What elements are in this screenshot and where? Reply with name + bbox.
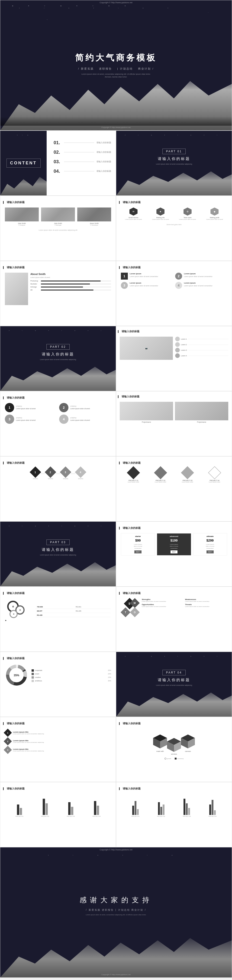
copyright-bottom: Copyright © http://www.pptstore.net <box>0 126 232 129</box>
bar2-1c <box>137 809 139 815</box>
swot-t: Threats Lorem ipsum dolor sit amet conse… <box>185 603 227 608</box>
d-project-3: PROJECT 03 Lorem ipsum dolor <box>175 468 200 483</box>
swot-title: 请输入你的标题 <box>121 592 227 595</box>
d-project-1: PROJECT 01 Lorem ipsum dolor <box>121 468 146 483</box>
pricing-btn-1[interactable]: BUY <box>134 550 141 554</box>
step-1: 1 STEP01 Lorem ipsum dolor sit amet <box>5 403 57 412</box>
hex-label-1: Email service <box>121 217 146 218</box>
team-name-2: Julia Smith <box>41 223 75 224</box>
ribbon-steps-content: 1 Lorem ipsum title Lorem ipsum dolor si… <box>5 730 111 753</box>
mountain-final <box>0 931 232 977</box>
hex-item-1: ✉ Email service Lorem ipsum dolor sit am… <box>121 207 146 220</box>
boxes-content: made with services canvass <box>121 729 227 757</box>
donut-slide: 请输入你的标题 35% cooperate <box>0 652 116 717</box>
d-proj-desc-3: Lorem ipsum dolor <box>175 481 200 483</box>
swot-s: Strengths Lorem ipsum dolor sit amet con… <box>142 598 184 602</box>
svg-text:services: services <box>171 753 177 755</box>
bar-label-2: PROJECT02 <box>41 816 49 817</box>
laptop-image: 📷 <box>120 337 173 360</box>
team-role-3: ✦ Developer <box>77 224 111 226</box>
ribbon-step-3: 3 Lorem ipsum title Lorem ipsum dolor si… <box>5 747 111 753</box>
step-4: 4 STEP04 Lorem ipsum dolor sit amet <box>59 415 111 424</box>
mountain-bg-part04 <box>116 686 232 717</box>
services-footer: Some text goes here <box>121 224 227 225</box>
info-row-1: 700-800 RS-801 <box>35 605 110 609</box>
pricing-btn-3[interactable]: BUY <box>206 550 213 554</box>
final-subtitle: / 新星实践 述职报告 | 计划总结 商业计划 / <box>80 908 153 912</box>
bar2-3b <box>186 803 188 815</box>
pricing-tier-3: ultimate <box>195 535 225 538</box>
final-stars: ✦ ✧ ★ ✦ ✧ ★ <box>0 854 232 856</box>
bar-group-1: PROJECT01 <box>7 796 32 817</box>
team-name-3: Jason Smith <box>77 223 111 224</box>
gears-visual: ⚙ ⚙ ⚙ ★ <box>5 598 33 622</box>
swot-text: Strengths Lorem ipsum dolor sit amet con… <box>142 598 227 617</box>
cover-desc: Lorem ipsum dolor sit amet, consectetur … <box>75 73 157 79</box>
step-label-top-1: STEP01 <box>16 406 35 407</box>
pricing-price-1: $99 <box>123 539 153 542</box>
pricing-btn-2[interactable]: BUY <box>171 550 178 554</box>
part04-content: PART 04 请输入你的标题 Lorem ipsum dolor sit am… <box>156 670 192 686</box>
numbered-item-3: 3 Lorem ipsum Lorem ipsum dolor sit amet… <box>121 282 173 289</box>
steps-grid: 1 STEP01 Lorem ipsum dolor sit amet 2 ST… <box>5 403 111 424</box>
d-proj-diamond-3 <box>181 466 194 479</box>
isometric-boxes: made with services canvass <box>146 729 202 757</box>
part-04-slide: ✦ ✧ ★ ✦ ✧ ★ ✦ ✧ PART 04 请输入你的标题 Lorem ip… <box>116 652 232 717</box>
team-footer-text: Lorem ipsum dolor sit amet consectetur a… <box>5 229 111 231</box>
bar-chart-title-2: 请输入你的标题 <box>121 787 227 790</box>
d-proj-desc-4: Lorem ipsum dolor <box>202 481 227 483</box>
bar-chart-title-1: 请输入你的标题 <box>5 787 111 790</box>
hex-icon-4: ◆ <box>210 207 219 216</box>
d-step-label-2: STEP02 <box>46 478 54 479</box>
part-01-slide: ✦ ✧ ★ ✦ ✧ ★ ✦ ✧ PART 01 请输入你的标题 Lorem ip… <box>116 130 232 196</box>
bar2-3a <box>184 799 186 815</box>
part03-content: PART 03 请输入你的标题 Lorem ipsum dolor sit am… <box>40 539 76 556</box>
project-photo-1: Projectname <box>120 402 173 423</box>
team-list-item-2: Lorem 2 <box>175 342 228 347</box>
bar2-label-2: PROJECT02 <box>157 816 165 817</box>
pricing-ultimate: ultimate $299 Lorem ipsumdolor sit ametc… <box>193 533 227 555</box>
part-03-slide: ✦ ✧ ★ ✦ ✧ ★ ✦ ✧ PART 03 请输入你的标题 Lorem ip… <box>0 522 116 587</box>
part02-content: PART 02 请输入你的标题 Lorem ipsum dolor sit am… <box>40 344 76 360</box>
part04-title: 请输入你的标题 <box>156 678 192 682</box>
legend-item-3: creative 15% <box>32 676 111 679</box>
content-slide: ✦ ✧ ★ CONTENT 01. 请输入你的标题 02. 请输入你的标题 <box>0 130 116 196</box>
final-copyright-bottom: Copyright © http://www.pptstore.net <box>0 974 232 975</box>
hex-label-4: Making profit <box>202 217 227 218</box>
numbered-title: 请输入你的标题 <box>121 266 227 269</box>
d-proj-diamond-4 <box>208 466 221 479</box>
diamond-projects-title: 请输入你的标题 <box>121 461 227 465</box>
content-label: CONTENT <box>6 159 41 168</box>
gear-3: ⚙ <box>10 610 18 618</box>
svg-text:35%: 35% <box>14 674 19 677</box>
num-desc-2: Lorem ipsum dolor sit amet consectetur <box>184 275 213 278</box>
skill-bar-2 <box>41 283 90 285</box>
pricing-title: 请输入你的标题 <box>121 526 227 530</box>
toc-item-1: 01. 请输入你的标题 <box>54 140 111 145</box>
skill-bar-4 <box>41 290 93 291</box>
team-name-1: Julia Smith <box>5 223 39 224</box>
info-row-3: RS-265 <box>35 614 110 617</box>
bar-2a <box>43 799 45 815</box>
ribbon-step-2: 2 Lorem ipsum title Lorem ipsum dolor si… <box>5 738 111 744</box>
bar2-group-3: PROJECT03 <box>175 796 199 817</box>
d-step-2: 2 STEP02 <box>46 468 54 479</box>
step-num-4: 4 <box>59 415 69 424</box>
hex-desc-4: Lorem ipsum dolor sit amet <box>202 218 227 220</box>
swot-slide: 请输入你的标题 S W T O <box>116 587 232 652</box>
d-step-4: 4 STEP04 <box>77 468 85 479</box>
ribbon-step-1: 1 Lorem ipsum title Lorem ipsum dolor si… <box>5 730 111 736</box>
slides-row-11: 请输入你的标题 PROJECT01 PROJECT02 <box>0 782 232 847</box>
cover-slide: Copyright © http://www.pptstore.net ✦ ✧ … <box>0 0 232 130</box>
team-card-2: Julia Smith ✦ Manager <box>41 207 75 226</box>
pricing-features-3: Lorem ipsumdolor sit ametconsectetur <box>195 543 225 549</box>
part04-desc: Lorem ipsum dolor sit amet consectetur a… <box>156 684 192 686</box>
team-cards: Julia Smith ✦ Designer Julia Smith ✦ Man… <box>5 207 111 226</box>
numbered-items: 1 Lorem ipsum Lorem ipsum dolor sit amet… <box>121 273 227 280</box>
hex-item-2: ★ Making info Lorem ipsum dolor sit amet <box>148 207 173 220</box>
legend-item-4: ambitious 30% <box>32 680 111 682</box>
d-project-4: PROJECT 04 Lorem ipsum dolor <box>202 468 227 483</box>
team-list-item-4: Lorem 4 <box>175 353 228 358</box>
bar2-group-1: PROJECT01 <box>123 796 148 817</box>
part04-number: PART 04 <box>162 670 186 675</box>
